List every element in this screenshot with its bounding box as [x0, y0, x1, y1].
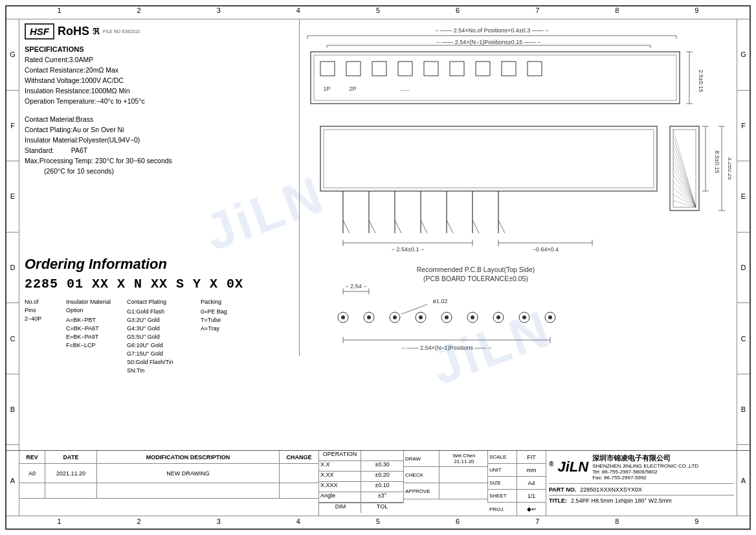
- sheet-label: SHEET: [488, 490, 517, 502]
- order-plating-S0: S0:Gold Flash/Tin: [127, 358, 198, 367]
- order-plating-SN: SN:Tin: [127, 367, 198, 375]
- angle-label: Angle: [319, 492, 361, 502]
- company-fax: Fax: 86-755-2997-5992: [592, 475, 698, 481]
- dim-TOL-label: X.X: [319, 461, 361, 471]
- title-value: 2.54PF H8.5mm 1xNpin 180° W2.5mm: [571, 497, 672, 504]
- rev-val-A0: A0: [19, 464, 45, 483]
- col-num-5: 5: [338, 6, 417, 19]
- order-col-packing-title: Packing: [201, 298, 246, 306]
- row-letter-A: A: [6, 445, 19, 516]
- draw-value: Wei Chen: [453, 453, 476, 459]
- order-col-plating: Contact Plating G1:Gold Flash G3:2U" Gol…: [127, 298, 198, 375]
- approve-label: APPROVE: [404, 483, 439, 499]
- scale-label: SCALE: [488, 451, 517, 463]
- col-num-3: 3: [179, 6, 258, 19]
- unit-label: UNIT: [488, 464, 517, 476]
- proj-arrow: ◆⇐: [517, 506, 546, 512]
- bot-col-num-6: 6: [418, 516, 498, 529]
- svg-text:←2.54→: ←2.54→: [344, 283, 368, 290]
- part-number-display: 2285 01 XX X N XX S Y X 0X: [25, 277, 329, 291]
- svg-text:←—— 2.54×No.of Positions+0.4±0: ←—— 2.54×No.of Positions+0.4±0.3 ——→: [434, 27, 550, 34]
- bottom-col-numbers: 1 2 3 4 5 6 7 8 9: [6, 516, 750, 529]
- svg-text:←2.54±0.1→: ←2.54±0.1→: [391, 246, 425, 253]
- order-col-packing: Packing 0=PE Bag T=Tube A=Tray: [201, 298, 246, 375]
- title-block-right: OPERATION X.X ±0.30 X.XX ±0.20 X.XXX ±0.…: [318, 451, 737, 516]
- order-packing-A: A=Tray: [201, 324, 246, 333]
- row-letter-E: E: [6, 161, 19, 233]
- bot-col-num-5: 5: [338, 516, 417, 529]
- col-num-4: 4: [258, 6, 338, 19]
- sheet-value: 1/1: [517, 493, 546, 499]
- svg-rect-17: [398, 62, 412, 76]
- draw-label: [361, 451, 403, 461]
- company-title-block: ® JiLN 深圳市锦凌电子有限公司 SHENZHEN JINLING ELEC…: [546, 451, 737, 516]
- col-num-6: 6: [418, 6, 498, 19]
- svg-rect-14: [320, 62, 335, 76]
- date-val-A0: 2021.11.20: [45, 464, 97, 483]
- order-insulator-F: F=BK−LCP: [66, 341, 124, 350]
- svg-line-44: [673, 130, 696, 207]
- tol-val-1: ±0.30: [361, 461, 403, 471]
- order-plating-G5: G5:5U" Gold: [127, 333, 198, 341]
- title-block: OPERATION X.X ±0.30 X.XX ±0.20 X.XXX ±0.…: [19, 451, 737, 516]
- svg-point-81: [367, 315, 371, 319]
- col-num-9: 9: [657, 6, 737, 19]
- part-no-row: PART NO. 228501XXXNXXSYX0X: [549, 486, 734, 495]
- svg-line-39: [472, 220, 479, 233]
- svg-text:2.5±0.15: 2.5±0.15: [698, 70, 704, 93]
- bot-col-num-7: 7: [498, 516, 577, 529]
- svg-text:−0.64×0.4: −0.64×0.4: [533, 246, 559, 253]
- svg-rect-18: [424, 62, 438, 76]
- svg-point-89: [471, 315, 474, 319]
- row-letter-B: B: [6, 374, 19, 446]
- company-logo-text: ® JiLN: [549, 459, 588, 475]
- col-num-8: 8: [577, 6, 657, 19]
- spec-line-6: Contact Material:Brass: [25, 114, 296, 124]
- svg-line-41: [498, 220, 505, 233]
- file-no-text: FILE NO E382310: [103, 29, 140, 34]
- left-row-letters: G F E D C B A: [6, 19, 19, 516]
- spec-line-5: Operation Temperature:−40°c to +105°c: [25, 96, 296, 106]
- row-letter-G-right: G: [737, 19, 750, 91]
- svg-text:2P: 2P: [349, 85, 356, 92]
- dim-XX-label: X.XX: [319, 472, 361, 481]
- svg-line-50: [673, 168, 696, 207]
- order-plating-G6: G6:10U" Gold: [127, 341, 198, 350]
- company-row: ® JiLN 深圳市锦凌电子有限公司 SHENZHEN JINLING ELEC…: [549, 453, 734, 484]
- col-num-7: 7: [498, 6, 577, 19]
- vertical-divider: [299, 19, 300, 356]
- spec-line-11: (260°C for 10 seconds): [25, 166, 296, 176]
- tol-val-angle: ±3°: [361, 492, 403, 502]
- row-letter-E-right: E: [737, 161, 750, 233]
- order-insulator-A: A=BK−PBT: [66, 316, 124, 324]
- svg-text:←—— 2.54×(N−1)Positions ——→: ←—— 2.54×(N−1)Positions ——→: [401, 345, 492, 351]
- proj-label: PROJ.: [488, 503, 517, 516]
- scale-value: FIT: [517, 454, 546, 461]
- order-packing-T: T=Tube: [201, 316, 246, 324]
- svg-line-31: [369, 220, 375, 233]
- svg-rect-16: [372, 62, 386, 76]
- tolerance-table: OPERATION X.X ±0.30 X.XX ±0.20 X.XXX ±0.…: [319, 451, 403, 516]
- row-letter-F: F: [6, 91, 19, 162]
- draw-date: 21.11.20: [454, 459, 474, 464]
- order-col-plating-title: Contact Plating: [127, 298, 198, 306]
- svg-rect-27: [324, 130, 654, 188]
- order-col-insulator: Insulator MaterialOption A=BK−PBT C=BK−P…: [66, 298, 124, 375]
- svg-point-85: [419, 315, 423, 319]
- svg-text:......: ......: [399, 85, 409, 92]
- title-label: TITLE:: [549, 497, 567, 504]
- svg-point-95: [548, 315, 552, 319]
- spec-line-1: Rated Current:3.0AMP: [25, 54, 296, 65]
- order-plating-G1: G1:Gold Flash: [127, 308, 198, 316]
- bot-col-num-1: 1: [19, 516, 99, 529]
- technical-drawings: ←—— 2.54×No.of Positions+0.4±0.3 ——→ ←——…: [301, 19, 731, 427]
- check-label: CHECK: [404, 467, 439, 483]
- change-val-A0: [280, 464, 318, 483]
- svg-text:3.2±0.25: 3.2±0.25: [727, 157, 731, 180]
- row-letter-A-right: A: [737, 445, 750, 516]
- col-num-1: 1: [19, 6, 99, 19]
- dim-XXX-label: X.XXX: [319, 482, 361, 492]
- order-col-insulator-title: Insulator MaterialOption: [66, 298, 124, 315]
- row-letter-D: D: [6, 233, 19, 304]
- operation-label: OPERATION: [319, 451, 361, 461]
